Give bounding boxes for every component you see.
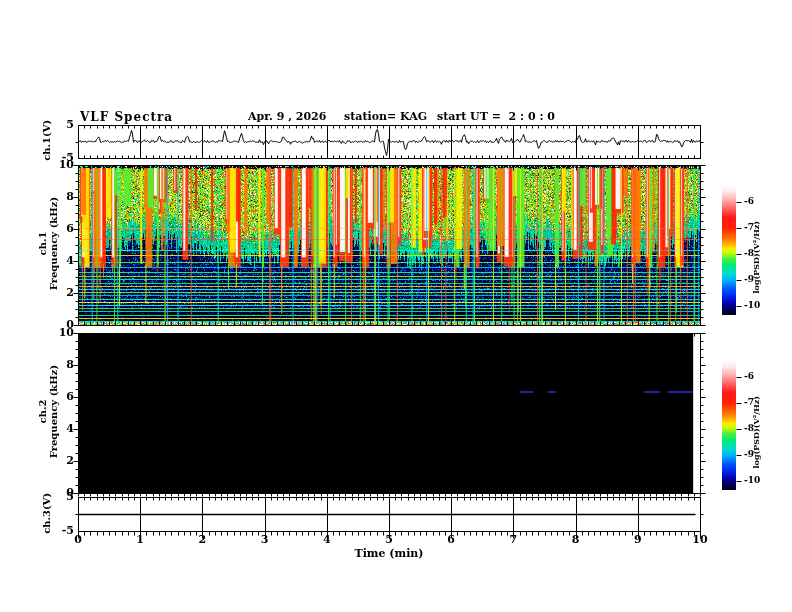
- ch2-freq-tick-label: 8: [54, 359, 74, 371]
- ch1-freq-tick-label: 4: [54, 255, 74, 267]
- ch1-voltage-axis-label: ch.1(V): [42, 115, 53, 165]
- time-tick-label: 10: [688, 534, 712, 546]
- colorbar1-tick-label: -8: [744, 249, 766, 258]
- ch1v-tick-label: 5: [54, 119, 74, 131]
- ch1-axis-line1: ch.1: [37, 232, 48, 256]
- colorbar1-tick-label: -6: [744, 197, 766, 206]
- colorbar1-tick-label: -10: [744, 301, 766, 310]
- ch2-freq-tick-label: 2: [54, 455, 74, 467]
- time-tick-label: 0: [66, 534, 90, 546]
- colorbar1-tick-label: -7: [744, 223, 766, 232]
- ch2-axis-line1: ch.2: [37, 400, 48, 424]
- station-label: station= KAG: [344, 111, 427, 123]
- colorbar2-tick-label: -9: [744, 450, 766, 459]
- time-tick-label: 9: [626, 534, 650, 546]
- vlf-spectra-figure: VLF Spectra Apr. 9 , 2026 station= KAG s…: [0, 0, 792, 612]
- time-tick-label: 1: [128, 534, 152, 546]
- ch1-freq-tick-label: 6: [54, 223, 74, 235]
- time-tick-label: 5: [377, 534, 401, 546]
- ch1-freq-tick-label: 2: [54, 287, 74, 299]
- time-tick-label: 2: [190, 534, 214, 546]
- ch1-frequency-axis-label: ch.1Frequency (kHz): [38, 162, 59, 326]
- ch2-freq-tick-label: 0: [54, 487, 74, 499]
- time-tick-label: 3: [253, 534, 277, 546]
- ch1-axis-line2: Frequency (kHz): [47, 197, 58, 290]
- colorbar2-tick-label: -10: [744, 476, 766, 485]
- time-tick-label: 8: [564, 534, 588, 546]
- ch2-freq-tick-label: 6: [54, 391, 74, 403]
- ch2-frequency-axis-label: ch.2Frequency (kHz): [38, 330, 59, 494]
- time-tick-label: 7: [501, 534, 525, 546]
- ch3-voltage-axis-label: ch.3(V): [42, 488, 53, 538]
- colorbar2-tick-label: -8: [744, 424, 766, 433]
- ch2-freq-tick-label: 4: [54, 423, 74, 435]
- start-ut-label: start UT = 2 : 0 : 0: [437, 111, 555, 123]
- ch1-freq-tick-label: 10: [54, 159, 74, 171]
- ch1-freq-tick-label: 8: [54, 191, 74, 203]
- colorbar1-tick-label: -9: [744, 275, 766, 284]
- time-axis-label: Time (min): [329, 548, 449, 560]
- date-label: Apr. 9 , 2026: [248, 111, 326, 123]
- page-title: VLF Spectra: [80, 111, 173, 124]
- colorbar2-tick-label: -6: [744, 372, 766, 381]
- spectra-plot-canvas: [0, 0, 792, 612]
- ch1-freq-tick-label: 0: [54, 319, 74, 331]
- time-tick-label: 6: [439, 534, 463, 546]
- ch2-axis-line2: Frequency (kHz): [47, 365, 58, 458]
- colorbar2-tick-label: -7: [744, 398, 766, 407]
- time-tick-label: 4: [315, 534, 339, 546]
